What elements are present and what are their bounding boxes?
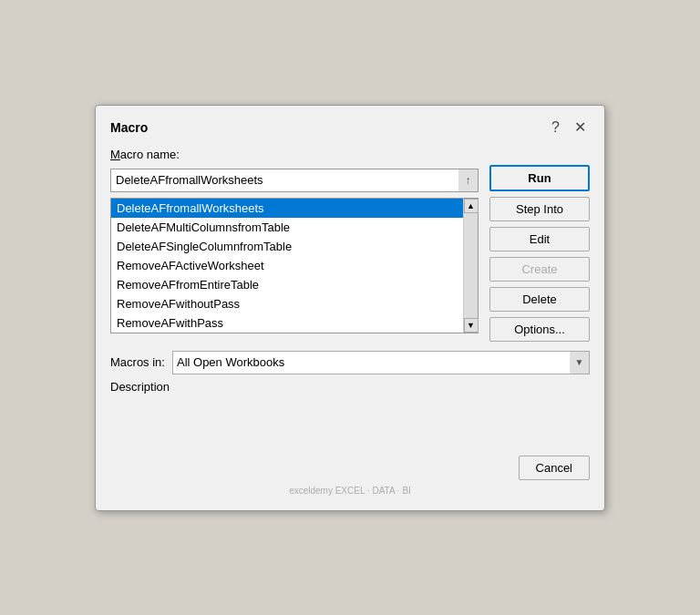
cancel-row: Cancel	[110, 456, 590, 480]
delete-button[interactable]: Delete	[489, 287, 590, 312]
macro-input-row: ↑	[110, 169, 479, 192]
options-button[interactable]: Options...	[489, 317, 590, 342]
macro-list-item[interactable]: RemoveAFfromEntireTable	[111, 275, 463, 294]
macro-name-input[interactable]	[110, 169, 458, 192]
watermark: exceldemy EXCEL · DATA · BI	[110, 486, 590, 496]
scroll-track	[464, 213, 478, 318]
description-area	[110, 397, 590, 441]
main-content: Macro name: ↑ DeleteAFfromallWorksheetsD…	[110, 148, 590, 342]
macros-in-select-wrapper: All Open WorkbooksThis Workbook ▼	[172, 351, 590, 374]
step-into-button[interactable]: Step Into	[489, 197, 590, 221]
title-controls: ? ✕	[548, 120, 590, 135]
title-bar: Macro ? ✕	[110, 120, 590, 135]
macro-list-item[interactable]: RemoveAFActiveWorksheet	[111, 256, 463, 275]
macros-in-select[interactable]: All Open WorkbooksThis Workbook	[172, 351, 590, 374]
macro-list-item[interactable]: DeleteAFMultiColumnsfromTable	[111, 218, 463, 237]
macro-list-item[interactable]: RemoveAFwithPass	[111, 313, 463, 333]
left-panel: Macro name: ↑ DeleteAFfromallWorksheetsD…	[110, 148, 479, 342]
macro-dialog: Macro ? ✕ Macro name: ↑ DeleteAFfromallW…	[95, 105, 605, 511]
macro-list-item[interactable]: RemoveAFwithoutPass	[111, 294, 463, 313]
macro-name-label: Macro name:	[110, 148, 479, 161]
dialog-title: Macro	[110, 120, 148, 135]
edit-button[interactable]: Edit	[489, 227, 590, 251]
macro-list-container: DeleteAFfromallWorksheetsDeleteAFMultiCo…	[110, 198, 479, 333]
macro-name-arrow[interactable]: ↑	[458, 169, 479, 192]
cancel-button[interactable]: Cancel	[519, 456, 590, 480]
scrollbar: ▲ ▼	[463, 199, 478, 333]
close-button[interactable]: ✕	[571, 120, 590, 135]
scroll-up-button[interactable]: ▲	[464, 199, 479, 213]
macros-in-row: Macros in: All Open WorkbooksThis Workbo…	[110, 351, 590, 374]
scroll-down-button[interactable]: ▼	[464, 318, 479, 333]
macros-in-label: Macros in:	[110, 355, 165, 369]
macro-list-item[interactable]: DeleteAFfromallWorksheets	[111, 199, 463, 218]
run-button[interactable]: Run	[489, 165, 590, 191]
macro-list-item[interactable]: DeleteAFSingleColumnfromTable	[111, 237, 463, 256]
bottom-section: Macros in: All Open WorkbooksThis Workbo…	[110, 351, 590, 441]
help-button[interactable]: ?	[548, 120, 563, 135]
right-panel: Run Step Into Edit Create Delete Options…	[489, 148, 590, 342]
description-label: Description	[110, 380, 590, 394]
create-button[interactable]: Create	[489, 257, 590, 282]
macro-list: DeleteAFfromallWorksheetsDeleteAFMultiCo…	[111, 199, 463, 333]
